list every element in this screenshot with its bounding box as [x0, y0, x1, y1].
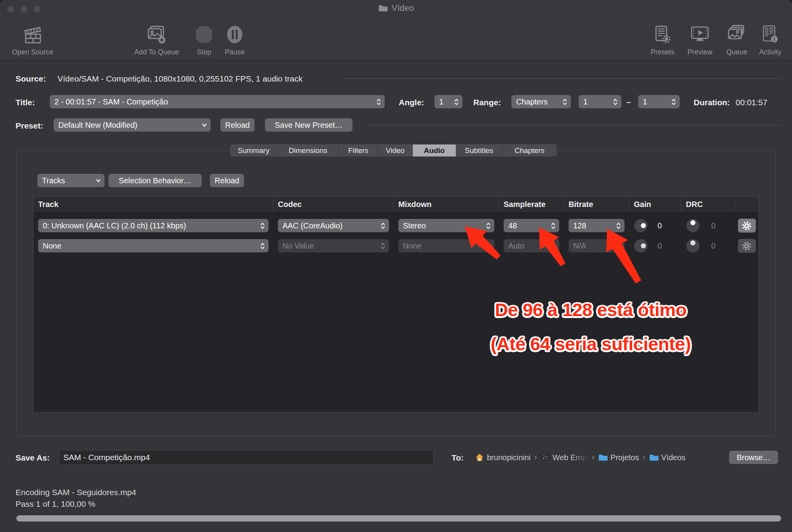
chevron-updown-icon [616, 242, 621, 250]
save-as-label: Save As: [16, 453, 50, 462]
selection-behavior-button[interactable]: Selection Behavior… [108, 174, 202, 187]
divider [342, 78, 781, 79]
source-label: Source: [16, 74, 46, 83]
preset-label: Preset: [16, 121, 43, 130]
web-folder-icon [541, 454, 550, 461]
track-settings-button[interactable] [738, 219, 756, 233]
drc-knob[interactable] [686, 219, 700, 232]
gain-knob[interactable] [634, 239, 647, 252]
mixdown-dropdown[interactable]: Stereo [398, 219, 494, 232]
chevron-updown-icon [551, 222, 556, 230]
add-to-queue-button[interactable]: Add To Queue [134, 19, 179, 56]
chevron-updown-icon [616, 222, 621, 230]
handbrake-window: Vídeo Open Source [0, 0, 792, 532]
drc-knob[interactable] [686, 239, 700, 252]
audio-track-table: Track Codec Mixdown Samplerate Bitrate G… [33, 196, 759, 412]
tab-summary[interactable]: Summary [230, 144, 277, 156]
stop-button[interactable]: Stop [193, 19, 215, 56]
range-to-stepper[interactable]: 1 [638, 95, 680, 108]
breadcrumb-separator: › [592, 452, 595, 462]
chevron-updown-icon [380, 222, 386, 230]
chevron-updown-icon [260, 242, 265, 250]
title-dropdown[interactable]: 2 - 00:01:57 - SAM - Competição [50, 95, 385, 108]
gain-value: 0 [658, 221, 662, 230]
activity-button[interactable]: Activity [759, 19, 782, 56]
reload-tracks-button[interactable]: Reload [210, 174, 244, 187]
presets-icon [651, 19, 674, 46]
breadcrumb-item-home[interactable]: brunopicinini [475, 453, 530, 462]
breadcrumb-item-web-empire[interactable]: Web Empi [541, 453, 588, 462]
chevron-down-icon [202, 122, 207, 128]
tab-chapters[interactable]: Chapters [502, 144, 557, 156]
source-value: Vídeo/SAM - Competição, 1080x1080, 0,255… [58, 74, 302, 83]
range-label: Range: [473, 98, 501, 107]
save-as-input[interactable] [59, 450, 434, 465]
pause-icon [224, 19, 246, 46]
angle-dropdown[interactable]: 1 [434, 95, 462, 108]
track-dropdown[interactable]: None [38, 239, 269, 252]
progress-fill [16, 515, 781, 522]
stop-octagon-icon [193, 19, 215, 46]
reload-preset-button[interactable]: Reload [220, 118, 255, 132]
duration-value: 00:01:57 [736, 98, 768, 107]
encode-progress-bar [16, 515, 781, 522]
pass-status: Pass 1 of 1, 100,00 % [16, 499, 95, 509]
preset-dropdown[interactable]: Default New (Modified) [54, 118, 211, 132]
column-header-bitrate: Bitrate [564, 196, 629, 212]
column-header-mixdown: Mixdown [394, 196, 499, 212]
breadcrumb-item-videos[interactable]: Vídeos [649, 453, 686, 462]
tab-audio[interactable]: Audio [413, 144, 456, 156]
toolbar-label: Preview [687, 48, 712, 56]
breadcrumb-item-projetos[interactable]: Projetos [598, 453, 639, 462]
codec-dropdown: No Value [278, 239, 389, 252]
preview-button[interactable]: Preview [687, 19, 712, 56]
range-type-dropdown[interactable]: Chapters [511, 95, 571, 108]
track-settings-button[interactable] [738, 239, 756, 253]
tracks-dropdown[interactable]: Tracks [37, 174, 105, 187]
queue-button[interactable]: Queue [726, 19, 748, 56]
drc-value: 0 [711, 221, 715, 230]
tab-dimensions[interactable]: Dimensions [277, 144, 339, 156]
tab-filters[interactable]: Filters [339, 144, 378, 156]
gain-knob[interactable] [634, 219, 647, 232]
queue-icon [726, 19, 748, 46]
tab-video[interactable]: Video [378, 144, 413, 156]
chevron-updown-icon [486, 222, 491, 230]
codec-dropdown[interactable]: AAC (CoreAudio) [278, 219, 389, 232]
breadcrumb-separator: › [534, 452, 537, 462]
browse-button[interactable]: Browse… [729, 451, 778, 464]
mixdown-dropdown: None [398, 239, 494, 252]
table-header-row: Track Codec Mixdown Samplerate Bitrate G… [33, 196, 759, 212]
column-header-codec: Codec [273, 196, 394, 212]
range-from-stepper[interactable]: 1 [579, 95, 621, 108]
add-to-queue-icon [145, 19, 168, 46]
bitrate-dropdown: N/A [569, 239, 625, 252]
track-dropdown[interactable]: 0: Unknown (AAC LC) (2.0 ch) (112 kbps) [38, 219, 269, 232]
column-header-track: Track [33, 196, 273, 212]
samplerate-dropdown[interactable]: 48 [504, 219, 559, 232]
gear-icon [742, 221, 752, 231]
toolbar: Open Source Add To Queue [0, 17, 792, 61]
preview-icon [688, 19, 712, 46]
chevron-updown-icon [454, 98, 459, 106]
toolbar-label: Open Source [12, 48, 53, 56]
toolbar-label: Stop [197, 48, 211, 56]
tab-subtitles[interactable]: Subtitles [456, 144, 502, 156]
gain-value: 0 [658, 242, 662, 250]
pause-button[interactable]: Pause [224, 19, 246, 56]
chevron-updown-icon [671, 98, 676, 106]
open-source-button[interactable]: Open Source [12, 19, 53, 56]
chevron-updown-icon [613, 98, 618, 106]
chevron-updown-icon [376, 98, 381, 106]
presets-button[interactable]: Presets [651, 19, 674, 56]
destination-breadcrumb: brunopicinini › Web Empi › Projetos › Ví… [475, 450, 686, 465]
column-header-drc: DRC [681, 196, 735, 212]
home-icon [475, 453, 484, 462]
activity-icon [759, 19, 782, 46]
duration-label: Duration: [694, 98, 730, 107]
save-new-preset-button[interactable]: Save New Preset… [265, 118, 352, 132]
table-row: 0: Unknown (AAC LC) (2.0 ch) (112 kbps) … [33, 216, 759, 236]
angle-label: Angle: [399, 98, 424, 107]
bitrate-dropdown[interactable]: 128 [569, 219, 625, 232]
drc-value: 0 [711, 242, 715, 250]
